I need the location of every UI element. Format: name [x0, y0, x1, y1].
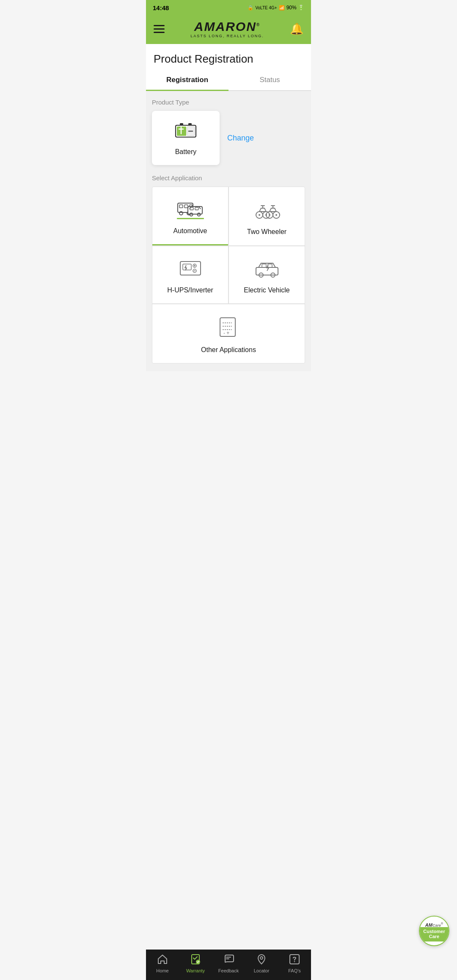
other-label: Other Applications — [201, 346, 256, 354]
signal-icon: VoLTE 4G+ — [255, 6, 277, 10]
tabs: Registration Status — [146, 70, 311, 91]
home-nav-label: Home — [156, 968, 168, 973]
status-icons: 🔒 VoLTE 4G+ 📶 90% 🔋 — [248, 5, 304, 11]
nav-locator[interactable]: Locator — [249, 954, 274, 973]
header: AMARON® LASTS LONG, REALLY LONG. 🔔 — [146, 15, 311, 44]
home-icon — [157, 954, 168, 966]
battery-status: 90% 🔋 — [286, 5, 304, 11]
hamburger-menu[interactable] — [154, 25, 165, 33]
change-button[interactable]: Change — [226, 130, 256, 146]
battery-label: Battery — [165, 148, 207, 156]
logo: AMARON® LASTS LONG, REALLY LONG. — [190, 19, 264, 38]
svg-rect-33 — [183, 264, 191, 270]
tab-status[interactable]: Status — [228, 70, 311, 90]
nav-warranty[interactable]: Warranty — [183, 954, 208, 973]
two-wheeler-icon — [253, 200, 281, 224]
svg-point-53 — [294, 961, 295, 962]
automotive-label: Automotive — [173, 227, 207, 235]
logo-tagline: LASTS LONG, REALLY LONG. — [190, 34, 264, 38]
app-ev[interactable]: Electric Vehicle — [229, 246, 305, 303]
app-automotive[interactable]: Automotive — [152, 187, 228, 245]
svg-rect-2 — [188, 123, 192, 126]
svg-rect-41 — [268, 264, 272, 267]
inverter-icon — [177, 258, 204, 282]
feedback-icon — [223, 954, 234, 966]
faqs-icon — [289, 954, 300, 966]
page-content: Product Registration Registration Status… — [146, 44, 311, 371]
faqs-nav-label: FAQ's — [288, 968, 301, 973]
main-body: Product Type — [146, 91, 311, 371]
nav-feedback[interactable]: Feedback — [216, 954, 241, 973]
nav-faqs[interactable]: FAQ's — [282, 954, 307, 973]
svg-text:- +: - + — [223, 330, 229, 336]
svg-rect-40 — [262, 264, 266, 267]
other-icon: - + — [215, 316, 242, 342]
feedback-nav-label: Feedback — [218, 968, 239, 973]
notification-bell-icon[interactable]: 🔔 — [290, 22, 303, 36]
logo-text: AMARON® — [190, 19, 264, 34]
automotive-icon — [177, 199, 204, 223]
svg-rect-19 — [177, 218, 204, 219]
battery-icon — [165, 120, 207, 145]
status-bar: 14:48 🔒 VoLTE 4G+ 📶 90% 🔋 — [146, 0, 311, 15]
product-type-row: Battery Change — [152, 111, 305, 165]
two-wheeler-label: Two Wheeler — [247, 228, 286, 236]
status-time: 14:48 — [153, 4, 169, 11]
app-other[interactable]: - + Other Applications — [152, 304, 305, 363]
svg-rect-9 — [179, 205, 183, 208]
svg-rect-10 — [184, 205, 188, 208]
svg-rect-1 — [180, 123, 183, 126]
select-application-label: Select Application — [152, 174, 305, 182]
page-title: Product Registration — [146, 44, 311, 70]
product-type-label: Product Type — [152, 99, 305, 106]
inverter-label: H-UPS/Inverter — [167, 286, 213, 294]
lock-icon: 🔒 — [248, 5, 253, 11]
application-grid: Automotive — [152, 187, 305, 363]
warranty-icon — [190, 954, 201, 966]
tab-registration[interactable]: Registration — [146, 70, 228, 90]
app-two-wheeler[interactable]: Two Wheeler — [229, 187, 305, 245]
svg-point-29 — [275, 214, 277, 216]
ev-label: Electric Vehicle — [244, 286, 290, 294]
bottom-nav: Home Warranty Feedback — [146, 950, 311, 980]
battery-product-card[interactable]: Battery — [152, 111, 220, 165]
nav-home[interactable]: Home — [150, 954, 175, 973]
svg-point-51 — [260, 957, 263, 959]
app-inverter[interactable]: H-UPS/Inverter — [152, 246, 228, 303]
locator-nav-label: Locator — [254, 968, 270, 973]
locator-icon — [256, 954, 267, 966]
ev-icon — [253, 258, 281, 282]
svg-rect-32 — [180, 262, 201, 275]
wifi-icon: 📶 — [279, 5, 285, 11]
svg-point-27 — [269, 214, 270, 216]
warranty-nav-label: Warranty — [186, 968, 205, 973]
svg-point-21 — [259, 214, 260, 216]
